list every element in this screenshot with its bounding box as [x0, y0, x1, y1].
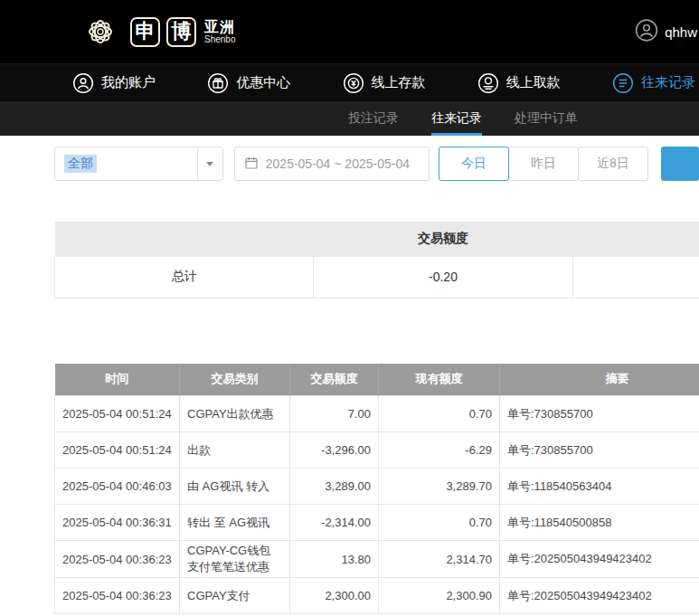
- table-cell: -6.29: [379, 432, 500, 469]
- brand-char-2: 博: [166, 17, 196, 47]
- brand-region: 亚洲: [204, 19, 235, 35]
- summary-header-amount: 交易额度: [314, 222, 572, 256]
- summary-empty-cell: [572, 256, 699, 298]
- filter-bar: 全部 2025-05-04 ~ 2025-05-04 今日 昨日 近8日: [54, 147, 699, 181]
- type-select[interactable]: 全部: [54, 147, 223, 181]
- quick-date-buttons: 今日 昨日 近8日: [439, 147, 648, 181]
- table-row: 2025-05-04 00:36:23CGPAY支付2,300.002,300.…: [55, 578, 699, 614]
- table-row: 2025-05-04 00:51:24出款-3,296.00-6.29单号:73…: [55, 432, 699, 469]
- summary-table: 交易额度 总计 -0.20: [54, 222, 699, 299]
- chevron-down-icon: [206, 162, 213, 166]
- col-header-time: 时间: [55, 364, 180, 396]
- transaction-rows: 2025-05-04 00:51:24CGPAY出款优惠7.000.70单号:7…: [55, 396, 699, 614]
- nav-item-promotions[interactable]: 优惠中心: [207, 72, 290, 94]
- top-header: 申 博 亚洲 Shenbo qhhw: [0, 0, 699, 63]
- table-cell: 单号:730855700: [500, 432, 699, 469]
- summary-header-empty-2: [572, 222, 699, 256]
- table-cell: 13.80: [290, 541, 379, 578]
- table-cell: 单号:118540563404: [500, 469, 699, 505]
- table-cell: 3,289.70: [379, 469, 500, 505]
- transactions-header-row: 时间 交易类别 交易额度 现有额度 摘要: [55, 364, 699, 396]
- nav-item-withdraw[interactable]: 线上取款: [477, 72, 561, 94]
- gift-icon: [207, 72, 229, 94]
- table-row: 2025-05-04 00:46:03由 AG视讯 转入3,289.003,28…: [55, 469, 699, 505]
- tab-pending-orders[interactable]: 处理中订单: [515, 101, 578, 136]
- type-select-value: 全部: [64, 155, 97, 173]
- table-row: 2025-05-04 00:36:31转出 至 AG视讯-2,314.000.7…: [55, 505, 699, 541]
- table-cell: 单号:730855700: [500, 396, 699, 432]
- nav-item-my-account[interactable]: 我的账户: [72, 72, 156, 94]
- tab-bet-records[interactable]: 投注记录: [348, 101, 399, 136]
- table-cell: CGPAY支付: [180, 578, 290, 614]
- table-cell: 0.70: [379, 505, 500, 541]
- withdraw-icon: [477, 72, 499, 94]
- calendar-icon: [244, 156, 259, 173]
- table-cell: 2025-05-04 00:36:31: [55, 505, 180, 541]
- table-cell: 单号:202505043949423402: [500, 541, 699, 578]
- nav-item-deposit[interactable]: 线上存款: [343, 72, 426, 94]
- brand-en: Shenbo: [204, 34, 235, 44]
- table-cell: 2,300.90: [379, 578, 500, 614]
- summary-header-empty: [55, 222, 314, 256]
- date-range-input[interactable]: 2025-05-04 ~ 2025-05-04: [234, 147, 430, 181]
- table-cell: 2025-05-04 00:36:23: [55, 578, 180, 614]
- col-header-amount: 交易额度: [290, 364, 379, 396]
- summary-total-value: -0.20: [314, 256, 572, 298]
- select-caret-zone[interactable]: [197, 147, 222, 180]
- table-cell: 2025-05-04 00:51:24: [55, 396, 180, 432]
- table-cell: 2025-05-04 00:51:24: [55, 432, 180, 469]
- nav-item-transfer-records[interactable]: 往来记录: [612, 72, 695, 94]
- nav-item-label: 往来记录: [641, 74, 695, 91]
- transactions-table: 时间 交易类别 交易额度 现有额度 摘要 2025-05-04 00:51:24…: [54, 364, 699, 615]
- deposit-icon: [343, 72, 364, 94]
- table-cell: 出款: [180, 432, 290, 469]
- col-header-balance: 现有额度: [379, 364, 500, 396]
- last-8-days-button[interactable]: 近8日: [578, 147, 648, 181]
- summary-total-row: 总计 -0.20: [55, 256, 699, 298]
- table-cell: 单号:118540500858: [500, 505, 699, 541]
- nav-item-label: 我的账户: [101, 74, 156, 91]
- summary-total-label: 总计: [55, 256, 314, 298]
- tab-transfer-records[interactable]: 往来记录: [431, 101, 482, 136]
- table-cell: CGPAY出款优惠: [180, 396, 290, 432]
- account-avatar-icon: [635, 19, 658, 45]
- table-row: 2025-05-04 00:51:24CGPAY出款优惠7.000.70单号:7…: [55, 396, 699, 432]
- brand-subtitle: 亚洲 Shenbo: [204, 19, 235, 45]
- nav-item-label: 优惠中心: [236, 74, 290, 91]
- col-header-summary: 摘要: [500, 364, 699, 396]
- user-icon: [72, 72, 94, 94]
- table-cell: 由 AG视讯 转入: [180, 469, 290, 505]
- table-row: 2025-05-04 00:36:23CGPAY-CG钱包支付笔笔送优惠13.8…: [55, 541, 699, 578]
- col-header-type: 交易类别: [180, 364, 290, 396]
- table-cell: 2,314.70: [379, 541, 500, 578]
- summary-header-row: 交易额度: [55, 222, 699, 256]
- lotus-flower-icon: [77, 8, 124, 55]
- table-cell: 0.70: [379, 396, 500, 432]
- table-cell: -2,314.00: [290, 505, 379, 541]
- yesterday-button[interactable]: 昨日: [508, 147, 579, 181]
- table-cell: 7.00: [290, 396, 379, 432]
- brand-logo[interactable]: 申 博 亚洲 Shenbo: [77, 8, 235, 55]
- table-cell: -3,296.00: [290, 432, 379, 469]
- page: 申 博 亚洲 Shenbo qhhw: [0, 0, 699, 616]
- table-cell: CGPAY-CG钱包支付笔笔送优惠: [180, 541, 290, 578]
- today-button[interactable]: 今日: [439, 147, 509, 181]
- table-cell: 转出 至 AG视讯: [180, 505, 290, 541]
- nav-item-label: 线上存款: [372, 74, 426, 91]
- account-menu[interactable]: qhhw: [635, 19, 697, 45]
- sub-nav: 投注记录 往来记录 处理中订单: [0, 101, 699, 136]
- table-cell: 2025-05-04 00:46:03: [55, 469, 180, 505]
- date-range-value: 2025-05-04 ~ 2025-05-04: [266, 156, 410, 171]
- transfer-record-icon: [612, 72, 634, 94]
- username: qhhw: [665, 24, 697, 40]
- nav-item-label: 线上取款: [506, 74, 561, 91]
- search-button[interactable]: [661, 147, 699, 181]
- main-nav: 我的账户 优惠中心 线上存款: [0, 63, 699, 101]
- table-cell: 2025-05-04 00:36:23: [55, 541, 180, 578]
- table-cell: 单号:202505043949423402: [500, 578, 699, 614]
- table-cell: 3,289.00: [290, 469, 379, 505]
- brand-char-1: 申: [130, 17, 160, 47]
- table-cell: 2,300.00: [290, 578, 379, 614]
